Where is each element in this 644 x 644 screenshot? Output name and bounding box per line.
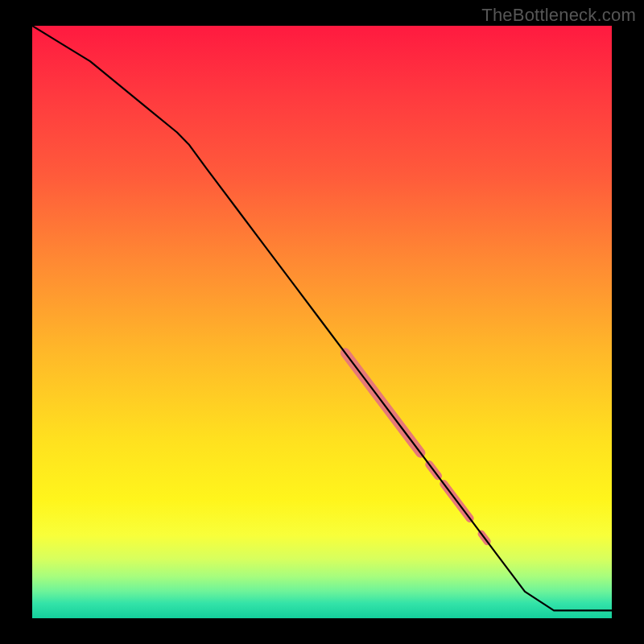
chart-frame: TheBottleneck.com (0, 0, 644, 644)
chart-overlay (32, 26, 612, 618)
watermark-text: TheBottleneck.com (481, 5, 636, 26)
main-curve (32, 26, 612, 610)
plot-area (32, 26, 612, 618)
